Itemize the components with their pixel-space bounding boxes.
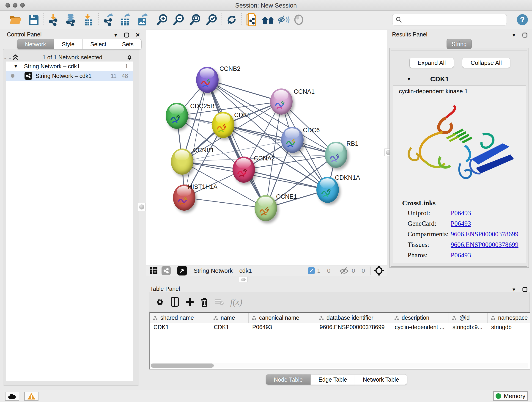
export-table-button[interactable] [119, 13, 132, 27]
hidden-eye-icon[interactable] [339, 267, 349, 275]
string-import-button[interactable] [245, 13, 258, 27]
control-panel-tabs: NetworkStyleSelectSets [17, 39, 142, 50]
collapse-all-button[interactable]: Collapse All [462, 58, 510, 68]
tab-sets[interactable]: Sets [114, 39, 142, 50]
network-row[interactable]: String Network – cdk1 11 48 [6, 71, 133, 81]
node-CDK1[interactable] [212, 112, 234, 138]
column-header-name[interactable]: name [210, 313, 249, 323]
table-cell: CDK1 [210, 323, 249, 332]
zoom-selected-button[interactable] [205, 13, 218, 27]
search-input[interactable] [402, 16, 500, 23]
home-button[interactable] [261, 13, 275, 27]
collection-expand-caret[interactable]: ▼ [13, 64, 18, 69]
edge-HIST1H1A-CCNE1[interactable] [184, 198, 266, 208]
control-panel-float-button[interactable] [124, 32, 130, 38]
tab-style[interactable]: Style [54, 39, 83, 50]
table-row[interactable]: CDK1CDK1P064939606.ENSP00000378699cyclin… [150, 323, 530, 332]
network-canvas[interactable]: CCNB2CCNA1CDC25BCDK1CDC6RB1CCNB1CCNA2CDK… [146, 30, 387, 265]
column-header-namespace[interactable]: namespace [488, 313, 530, 323]
network-share-icon[interactable] [162, 266, 171, 275]
export-image-button[interactable] [136, 13, 149, 27]
memory-label: Memory [504, 393, 525, 400]
network-node-count: 11 [111, 73, 117, 79]
tab-node-table[interactable]: Node Table [266, 374, 311, 385]
table-horizontal-scrollbar[interactable] [150, 363, 528, 368]
results-panel-float-button[interactable] [522, 32, 528, 38]
gene-card-caret[interactable]: ▼ [406, 76, 412, 82]
tab-network-table[interactable]: Network Table [355, 374, 407, 385]
scrollbar-thumb[interactable] [151, 364, 214, 368]
zoom-fit-button[interactable] [189, 13, 202, 27]
node-CCNB2[interactable] [196, 67, 219, 93]
help-button[interactable]: ? [517, 14, 528, 25]
zoom-in-button[interactable] [156, 13, 169, 27]
save-session-button[interactable] [27, 13, 40, 27]
table-options-gear-icon[interactable] [156, 298, 164, 306]
expand-all-networks-icon[interactable] [12, 54, 18, 60]
edge-CCNB2-HIST1H1A[interactable] [184, 80, 207, 198]
tab-network[interactable]: Network [17, 39, 54, 50]
highlight-button[interactable] [292, 13, 305, 27]
network-options-gear-icon[interactable] [127, 54, 133, 60]
results-panel-collapse-button[interactable]: ▾ [511, 32, 517, 38]
network-label: String Network – cdk1 [36, 73, 92, 79]
control-panel-collapse-button[interactable]: ▾ [113, 32, 119, 38]
crosslink-link[interactable]: P06493 [451, 251, 471, 259]
warning-button[interactable] [24, 392, 38, 401]
open-session-button[interactable] [9, 13, 22, 27]
left-splitter-handle[interactable] [138, 203, 146, 211]
select-columns-icon[interactable] [171, 297, 179, 307]
birds-eye-view-icon[interactable] [177, 266, 187, 275]
grid-view-icon[interactable] [150, 267, 158, 275]
bottom-splitter-handle[interactable] [239, 277, 248, 282]
zoom-selected-icon [206, 14, 218, 26]
memory-button[interactable]: Memory [493, 391, 528, 401]
column-header-@id[interactable]: @id [449, 313, 488, 323]
zoom-out-button[interactable] [172, 13, 185, 27]
refresh-button[interactable] [225, 13, 238, 27]
crosslink-link[interactable]: P06493 [451, 209, 471, 217]
gene-card: ▼ CDK1 cyclin-dependent kinase 1 [391, 73, 527, 267]
crosslink-link[interactable]: 9606.ENSP00000378699 [451, 230, 519, 238]
tab-select[interactable]: Select [82, 39, 114, 50]
delete-column-icon[interactable] [201, 297, 208, 307]
column-header-database-identifier[interactable]: database identifier [316, 313, 391, 323]
column-header-canonical-name[interactable]: canonical name [249, 313, 316, 323]
node-RB1[interactable] [325, 142, 347, 168]
column-header-label: namespace [498, 314, 528, 321]
export-network-button[interactable] [102, 13, 115, 27]
selected-checkbox[interactable]: ✓ [308, 267, 315, 274]
column-type-icon [252, 316, 256, 320]
crosslink-link[interactable]: 9606.ENSP00000378699 [451, 241, 519, 249]
zoom-fit-icon [189, 14, 201, 26]
network-collection-row[interactable]: ▼ String Network – cdk1 1 [6, 61, 133, 71]
import-table-file-button[interactable] [82, 13, 95, 27]
node-CCNA1[interactable] [270, 89, 293, 115]
column-header-description[interactable]: description [391, 313, 449, 323]
node-table[interactable]: shared namenamecanonical namedatabase id… [149, 312, 530, 370]
node-label-CCNE1: CCNE1 [276, 193, 297, 200]
node-CCNE1[interactable] [254, 195, 277, 221]
pan-crosshair-icon[interactable] [374, 266, 384, 276]
crosslink-label: Tissues: [408, 241, 429, 248]
protein-thumbnail [329, 152, 343, 164]
tab-edge-table[interactable]: Edge Table [311, 374, 355, 385]
cloud-button[interactable] [5, 392, 19, 401]
hide-unhide-button[interactable] [277, 13, 290, 27]
control-panel-close-button[interactable]: ✕ [135, 32, 141, 38]
node-CDC25B[interactable] [166, 103, 188, 129]
node-CCNB1[interactable] [171, 148, 193, 175]
add-column-icon[interactable] [185, 298, 194, 306]
crosslink-label: GeneCard: [408, 220, 437, 227]
tab-string[interactable]: String [447, 39, 472, 49]
node-CCNA2[interactable] [233, 157, 255, 183]
import-network-file-button[interactable] [47, 13, 60, 27]
node-CDC6[interactable] [281, 127, 304, 153]
search-box[interactable] [392, 14, 507, 26]
function-builder-icon: f(x) [230, 297, 242, 307]
column-header-shared-name[interactable]: shared name [150, 313, 210, 323]
collapse-all-networks-icon[interactable]: ⌄⌄ [5, 54, 11, 60]
import-network-database-button[interactable] [64, 13, 78, 27]
crosslink-link[interactable]: P06493 [451, 220, 471, 227]
expand-all-button[interactable]: Expand All [409, 58, 454, 68]
